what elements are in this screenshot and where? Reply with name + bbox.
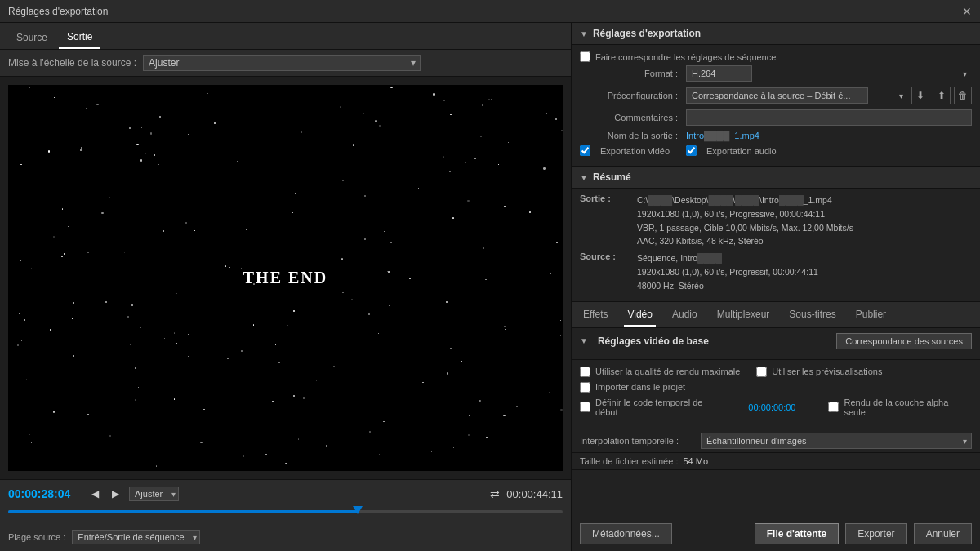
export-settings-header[interactable]: ▼ Réglages d'exportation — [572, 23, 980, 45]
alpha-channel-checkbox[interactable] — [828, 402, 839, 412]
video-base-section: ▼ Réglages vidéo de base Correspondance … — [572, 328, 980, 360]
tab-sous-titres[interactable]: Sous-titres — [786, 305, 839, 327]
tabs-bar: Source Sortie — [0, 23, 571, 50]
resume-section-header[interactable]: ▼ Résumé — [572, 167, 980, 189]
preset-row: Préconfiguration : Correspondance à la s… — [580, 87, 972, 104]
match-sequence-checkbox[interactable] — [580, 51, 590, 62]
filesize-label: Taille de fichier estimée : — [580, 456, 678, 466]
main-container: Source Sortie Mise à l'échelle de la sou… — [0, 23, 980, 551]
max-render-quality-item: Utiliser la qualité de rendu maximale — [580, 367, 740, 377]
start-timecode-item: Définir le code temporel de début — [580, 398, 727, 417]
video-base-header: ▼ Réglages vidéo de base Correspondance … — [580, 333, 972, 349]
start-timecode-label: Définir le code temporel de début — [595, 398, 727, 417]
scrubber-container[interactable] — [8, 510, 563, 525]
preset-delete-btn[interactable]: 🗑 — [954, 87, 972, 104]
export-btn[interactable]: Exporter — [845, 523, 906, 544]
bottom-checkboxes: Utiliser la qualité de rendu maximale Ut… — [572, 360, 980, 429]
comments-label: Commentaires : — [580, 113, 686, 122]
close-button[interactable]: ✕ — [962, 5, 972, 18]
filesize-value: 54 Mo — [683, 456, 708, 466]
use-previews-item: Utiliser les prévisualisations — [756, 367, 882, 377]
format-select[interactable]: H.264 H.265 QuickTime — [686, 65, 752, 82]
scale-select[interactable]: Ajuster Étirer Recadrer Barres noires — [143, 55, 421, 71]
tab-publier[interactable]: Publier — [853, 305, 889, 327]
left-panel: Source Sortie Mise à l'échelle de la sou… — [0, 23, 572, 551]
resume-title: Résumé — [593, 171, 631, 183]
cancel-btn[interactable]: Annuler — [914, 523, 972, 544]
export-settings-title: Réglages d'exportation — [593, 28, 701, 39]
scrubber-handle[interactable] — [353, 506, 363, 514]
time-controls-row: 00:00:28:04 ◀ ▶ Ajuster 25% 50% 75% 100%… — [8, 483, 563, 504]
import-in-project-item: Importer dans le projet — [580, 382, 685, 393]
source-row: Source : Séquence, Intro████ 1920x1080 (… — [580, 251, 972, 292]
scale-label: Mise à l'échelle de la source : — [8, 57, 136, 69]
fit-select-wrapper: Ajuster 25% 50% 75% 100% — [129, 487, 179, 501]
preview-text: THE END — [243, 269, 327, 287]
alpha-channel-item: Rendu de la couche alpha seule — [828, 398, 972, 417]
action-buttons: Métadonnées... File d'attente Exporter A… — [572, 517, 980, 551]
use-previews-checkbox[interactable] — [756, 367, 767, 377]
queue-btn[interactable]: File d'attente — [755, 523, 840, 544]
interpolation-select-wrapper: Échantillonneur d'images Trames mixtes F… — [701, 433, 972, 449]
source-range-select-wrapper: Entrée/Sortie de séquence Séquence entiè… — [72, 530, 200, 544]
interpolation-row: Interpolation temporelle : Échantillonne… — [572, 429, 980, 453]
right-panel: ▼ Réglages d'exportation Faire correspon… — [572, 23, 980, 551]
source-range-label: Plage source : — [8, 532, 65, 542]
metadata-btn[interactable]: Métadonnées... — [580, 523, 672, 544]
alpha-channel-label: Rendu de la couche alpha seule — [844, 398, 972, 417]
format-select-container: H.264 H.265 QuickTime — [686, 65, 972, 82]
source-key: Source : — [580, 251, 637, 292]
tab-source[interactable]: Source — [8, 29, 56, 48]
tab-audio[interactable]: Audio — [669, 305, 701, 327]
timeline-controls: 00:00:28:04 ◀ ▶ Ajuster 25% 50% 75% 100%… — [0, 479, 571, 551]
current-time: 00:00:28:04 — [8, 487, 82, 500]
check-row-2: Importer dans le projet — [580, 382, 972, 393]
dialog-title: Réglages d'exportation — [8, 6, 108, 17]
sortie-row: Sortie : C:\████\Desktop\████\████\Intro… — [580, 193, 972, 248]
filesize-row: Taille de fichier estimée : 54 Mo — [572, 453, 980, 470]
resume-triangle: ▼ — [580, 173, 588, 182]
preset-select-container: Correspondance à la source – Débit é... — [686, 87, 908, 104]
tab-effets[interactable]: Effets — [580, 305, 611, 327]
tab-video[interactable]: Vidéo — [624, 305, 655, 327]
video-preview: THE END — [8, 85, 563, 471]
preset-import-btn[interactable]: ⬆ — [933, 87, 951, 104]
export-video-checkbox[interactable] — [580, 145, 590, 156]
source-value: Séquence, Intro████ 1920x1080 (1,0), 60 … — [637, 251, 972, 292]
sortie-key: Sortie : — [580, 193, 637, 248]
source-range-row: Plage source : Entrée/Sortie de séquence… — [8, 527, 563, 548]
match-sequence-row: Faire correspondre les réglages de séque… — [580, 51, 972, 62]
export-audio-checkbox[interactable] — [686, 145, 697, 156]
export-checkboxes-row: Exportation vidéo Exportation audio — [580, 145, 972, 156]
import-in-project-label: Importer dans le projet — [595, 382, 685, 392]
prev-frame-btn[interactable]: ◀ — [88, 487, 102, 501]
fit-select[interactable]: Ajuster 25% 50% 75% 100% — [129, 487, 179, 501]
use-previews-label: Utiliser les prévisualisations — [772, 367, 882, 376]
output-name-label: Nom de la sortie : — [580, 131, 686, 140]
tab-sortie[interactable]: Sortie — [59, 28, 100, 49]
max-render-quality-label: Utiliser la qualité de rendu maximale — [595, 367, 740, 376]
video-base-triangle: ▼ — [580, 336, 588, 345]
loop-btn[interactable]: ⇄ — [490, 487, 500, 500]
start-timecode-checkbox[interactable] — [580, 402, 590, 412]
check-row-1: Utiliser la qualité de rendu maximale Ut… — [580, 367, 972, 377]
comments-input[interactable] — [686, 109, 972, 126]
start-timecode-value: 00:00:00:00 — [748, 402, 795, 412]
match-sequence-label: Faire correspondre les réglages de séque… — [595, 52, 776, 62]
preset-select[interactable]: Correspondance à la source – Débit é... — [686, 87, 868, 104]
check-row-3: Définir le code temporel de début 00:00:… — [580, 398, 972, 417]
format-row: Format : H.264 H.265 QuickTime — [580, 65, 972, 82]
max-render-quality-checkbox[interactable] — [580, 367, 590, 377]
next-frame-btn[interactable]: ▶ — [109, 487, 122, 501]
import-in-project-checkbox[interactable] — [580, 382, 590, 393]
correspondance-btn[interactable]: Correspondance des sources — [836, 333, 972, 349]
sortie-value: C:\████\Desktop\████\████\Intro████_1.mp… — [637, 193, 972, 248]
format-control: H.264 H.265 QuickTime — [686, 65, 972, 82]
bottom-tabs: Effets Vidéo Audio Multiplexeur Sous-tit… — [572, 302, 980, 328]
source-range-select[interactable]: Entrée/Sortie de séquence Séquence entiè… — [72, 530, 200, 544]
output-name-link[interactable]: Intro████_1.mp4 — [686, 131, 760, 140]
preset-label: Préconfiguration : — [580, 91, 686, 100]
preset-save-btn[interactable]: ⬇ — [911, 87, 929, 104]
interpolation-select[interactable]: Échantillonneur d'images Trames mixtes F… — [701, 433, 972, 449]
tab-multiplexeur[interactable]: Multiplexeur — [714, 305, 773, 327]
